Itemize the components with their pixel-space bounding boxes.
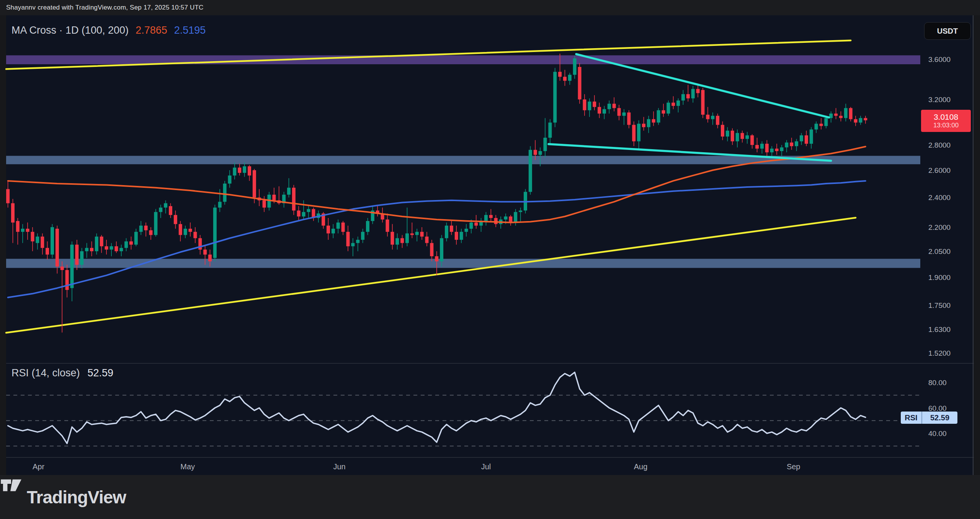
last-price-badge: 3.0108 13:03:00 [921,110,971,132]
tradingview-logo-icon [0,475,22,493]
indicator-legend-ma-cross[interactable]: MA Cross · 1D (100, 200) 2.7865 2.5195 [11,24,206,36]
svg-text:3.2000: 3.2000 [928,96,951,104]
rsi-value-badge: RSI 52.59 [901,412,957,424]
footer-bar: TradingView [0,475,980,519]
attribution-bar: Shayannv created with TradingView.com, S… [0,0,980,15]
chart-area: 3.60003.20002.80002.60002.40002.20002.05… [0,15,980,475]
ma-cross-legend-title: MA Cross · 1D (100, 200) [11,24,129,36]
svg-text:3.6000: 3.6000 [928,55,951,63]
svg-text:2.6000: 2.6000 [928,166,951,174]
rsi-legend-title: RSI (14, close) [11,367,80,379]
tradingview-logo-text: TradingView [27,487,126,508]
tradingview-brand[interactable]: TradingView [27,487,126,508]
ma-slow-value: 2.5195 [174,24,206,36]
svg-text:2.0500: 2.0500 [928,247,951,255]
tradingview-published-chart: Shayannv created with TradingView.com, S… [0,0,980,519]
rsi-legend-value: 52.59 [88,367,114,379]
svg-text:2.2000: 2.2000 [928,223,951,231]
ma-fast-value: 2.7865 [136,24,167,36]
svg-text:80.00: 80.00 [928,379,947,387]
svg-text:2.4000: 2.4000 [928,194,951,202]
svg-text:1.6300: 1.6300 [928,325,951,334]
attribution-text: Shayannv created with TradingView.com, S… [6,4,204,11]
svg-text:Jun: Jun [333,462,345,471]
svg-text:60.00: 60.00 [928,404,947,412]
svg-text:Aug: Aug [634,462,648,471]
svg-text:1.9000: 1.9000 [928,273,951,281]
svg-text:2.8000: 2.8000 [928,141,951,149]
svg-text:40.00: 40.00 [928,430,947,438]
svg-text:May: May [180,462,195,471]
svg-text:1.7500: 1.7500 [928,301,951,309]
svg-text:Jul: Jul [481,462,491,471]
bar-countdown: 13:03:00 [933,122,959,129]
rsi-badge-label: RSI [901,412,921,424]
chart-canvas[interactable]: 3.60003.20002.80002.60002.40002.20002.05… [0,15,980,475]
svg-text:1.5200: 1.5200 [928,349,951,357]
last-price-value: 3.0108 [934,112,958,122]
indicator-legend-rsi[interactable]: RSI (14, close) 52.59 [11,367,113,379]
symbol-currency-button[interactable]: USDT [924,22,971,40]
rsi-badge-value: 52.59 [921,412,957,424]
svg-text:Apr: Apr [33,462,44,471]
svg-text:Sep: Sep [787,462,800,471]
